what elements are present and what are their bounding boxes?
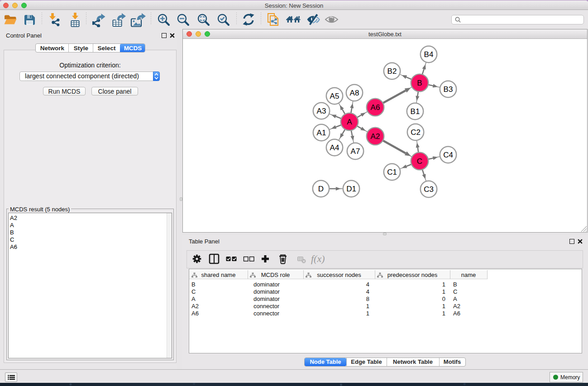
svg-text:C1: C1: [387, 168, 397, 176]
svg-text:A1: A1: [317, 129, 326, 137]
svg-text:A: A: [347, 118, 352, 126]
svg-text:B2: B2: [387, 67, 397, 76]
svg-text:D: D: [318, 185, 324, 193]
svg-text:A7: A7: [351, 147, 360, 156]
svg-text:B3: B3: [444, 85, 453, 94]
svg-text:A4: A4: [330, 143, 339, 152]
svg-text:C3: C3: [424, 185, 434, 194]
svg-text:B1: B1: [411, 107, 420, 116]
svg-text:B: B: [417, 79, 422, 87]
svg-text:C2: C2: [411, 128, 421, 137]
svg-text:A3: A3: [317, 107, 326, 115]
svg-text:C: C: [417, 157, 422, 166]
svg-text:D1: D1: [346, 185, 356, 193]
svg-text:f(x): f(x): [311, 253, 325, 264]
svg-text:A6: A6: [371, 103, 380, 112]
svg-text:A5: A5: [330, 92, 339, 100]
svg-text:B4: B4: [424, 50, 434, 59]
svg-text:A8: A8: [350, 89, 359, 97]
svg-text:A2: A2: [371, 132, 380, 141]
svg-text:C4: C4: [443, 151, 453, 159]
